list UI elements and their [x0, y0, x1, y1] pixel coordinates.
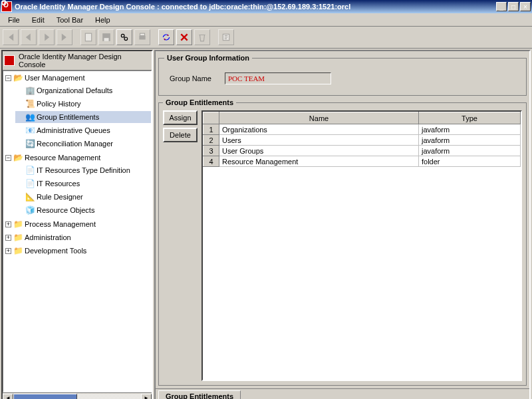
menu-toolbar[interactable]: Tool Bar: [51, 15, 88, 25]
cell-name[interactable]: Resource Management: [219, 156, 419, 167]
delete-button[interactable]: [176, 29, 192, 45]
cell-type[interactable]: javaform: [419, 124, 521, 135]
nav-next-button[interactable]: [39, 29, 55, 45]
main-panel: User Group Information Group Name Group …: [154, 50, 531, 399]
tree-policy-history[interactable]: 📜Policy History: [15, 98, 151, 110]
table-row[interactable]: 2Usersjavaform: [203, 135, 521, 146]
tree-admin-queues[interactable]: 📧Administrative Queues: [15, 124, 151, 136]
collapse-icon[interactable]: −: [5, 155, 11, 161]
save-button[interactable]: [98, 29, 114, 45]
scroll-right-button[interactable]: ►: [141, 394, 152, 400]
tree-resource-management[interactable]: −📂Resource Management: [5, 152, 151, 164]
bottom-tabs: Group Entitlements: [156, 388, 529, 399]
tree-it-res-type[interactable]: 📄IT Resources Type Definition: [15, 164, 151, 176]
folder-icon: 📂: [13, 72, 23, 83]
ent-legend: Group Entitlements: [163, 98, 236, 106]
folder-icon: 📂: [13, 152, 23, 163]
tree-dev-tools[interactable]: +📁Development Tools: [5, 245, 151, 257]
object-icon: 🧊: [25, 205, 35, 215]
tree-org-defaults[interactable]: 🏢Organizational Defaults: [15, 84, 151, 96]
entitlements-table-wrap: Name Type 1Organizationsjavaform2Usersja…: [201, 110, 522, 381]
col-name[interactable]: Name: [219, 112, 419, 124]
cell-type[interactable]: folder: [419, 156, 521, 167]
close-button[interactable]: ×: [520, 2, 531, 11]
row-num: 1: [203, 124, 219, 135]
folder-icon: 📁: [13, 245, 23, 256]
col-type[interactable]: Type: [419, 112, 521, 124]
policy-icon: 📜: [25, 98, 35, 109]
folder-icon: 📁: [13, 219, 23, 229]
expand-icon[interactable]: +: [5, 221, 11, 227]
menu-file[interactable]: File: [3, 15, 25, 25]
table-row[interactable]: 4Resource Managementfolder: [203, 156, 521, 167]
maximize-button[interactable]: □: [508, 2, 519, 11]
scroll-track[interactable]: [13, 394, 141, 400]
menu-edit[interactable]: Edit: [27, 15, 50, 25]
cell-name[interactable]: Users: [219, 135, 419, 146]
new-button[interactable]: [80, 29, 96, 45]
notes-button[interactable]: [218, 29, 234, 45]
tree-it-resources[interactable]: 📄IT Resources: [15, 178, 151, 190]
table-row[interactable]: 3User Groupsjavaform: [203, 146, 521, 156]
tree-root[interactable]: Oracle Identity Manager Design Console: [3, 51, 152, 70]
nav-last-button[interactable]: [57, 29, 72, 45]
tree-group-entitlements[interactable]: 👥Group Entitlements: [15, 111, 151, 123]
info-legend: User Group Information: [164, 54, 252, 62]
rule-icon: 📐: [25, 192, 35, 202]
nav-first-button[interactable]: [3, 29, 19, 45]
col-rownum[interactable]: [203, 112, 219, 124]
toolbar: [0, 27, 532, 49]
nav-prev-button[interactable]: [21, 29, 37, 45]
group-entitlements-panel: Group Entitlements Assign Delete Name Ty…: [158, 98, 527, 386]
menu-help[interactable]: Help: [90, 15, 116, 25]
svg-rect-5: [139, 36, 145, 40]
trash-button[interactable]: [194, 29, 210, 45]
minimize-button[interactable]: _: [496, 2, 507, 11]
expand-icon[interactable]: +: [5, 248, 11, 254]
cell-type[interactable]: javaform: [419, 146, 521, 156]
assign-button[interactable]: Assign: [163, 110, 198, 125]
bottom-tab-entitlements[interactable]: Group Entitlements: [158, 390, 241, 399]
group-icon: 👥: [25, 112, 35, 122]
nav-tree: −📂User Management 🏢Organizational Defaul…: [3, 70, 152, 392]
doc-icon: 📄: [25, 165, 35, 176]
row-num: 3: [203, 146, 219, 156]
tree-administration[interactable]: +📁Administration: [5, 231, 151, 243]
cell-type[interactable]: javaform: [419, 135, 521, 146]
delete-row-button[interactable]: Delete: [163, 128, 198, 142]
cell-name[interactable]: Organizations: [219, 124, 419, 135]
collapse-icon[interactable]: −: [5, 75, 11, 81]
search-button[interactable]: [116, 29, 132, 45]
svg-rect-0: [85, 33, 91, 41]
folder-icon: 📁: [13, 232, 23, 243]
row-num: 4: [203, 156, 219, 167]
group-name-field[interactable]: [225, 72, 331, 84]
expand-icon[interactable]: +: [5, 235, 11, 241]
tree-rule-designer[interactable]: 📐Rule Designer: [15, 191, 151, 203]
tree-root-label: Oracle Identity Manager Design Console: [19, 53, 150, 68]
table-row[interactable]: 1Organizationsjavaform: [203, 124, 521, 135]
app-icon: [4, 55, 15, 66]
svg-rect-2: [104, 38, 109, 41]
window-title: Oracle Identity Manager Design Console :…: [15, 3, 496, 11]
horizontal-scrollbar[interactable]: ◄ ►: [3, 392, 152, 399]
user-group-info-panel: User Group Information Group Name: [158, 54, 527, 96]
scroll-left-button[interactable]: ◄: [3, 394, 13, 400]
recon-icon: 🔄: [25, 138, 35, 149]
tree-process-management[interactable]: +📁Process Management: [5, 218, 151, 230]
tree-recon-manager[interactable]: 🔄Reconciliation Manager: [15, 138, 151, 150]
queue-icon: 📧: [25, 125, 35, 136]
cell-name[interactable]: User Groups: [219, 146, 419, 156]
doc-icon: 📄: [25, 178, 35, 189]
svg-rect-6: [140, 33, 145, 36]
menubar: File Edit Tool Bar Help: [0, 13, 532, 27]
org-icon: 🏢: [25, 85, 35, 96]
tree-user-management[interactable]: −📂User Management: [5, 72, 151, 84]
row-num: 2: [203, 135, 219, 146]
tree-resource-objects[interactable]: 🧊Resource Objects: [15, 204, 151, 216]
print-button[interactable]: [134, 29, 150, 45]
refresh-button[interactable]: [158, 29, 174, 45]
scroll-thumb[interactable]: [13, 394, 77, 400]
entitlements-table: Name Type 1Organizationsjavaform2Usersja…: [203, 112, 521, 167]
group-name-label: Group Name: [170, 74, 219, 82]
